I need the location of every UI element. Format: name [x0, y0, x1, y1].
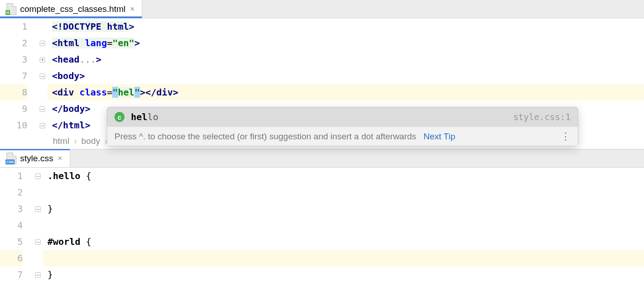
autocomplete-footer: Press ^. to choose the selected (or firs…: [107, 127, 578, 146]
hint-text: Press ^. to choose the selected (or firs…: [114, 132, 416, 142]
bottom-editor-pane: CSS style.css × 1 2 3 4 5 6 7 − − − − .h…: [0, 149, 644, 283]
code-line[interactable]: .hello {: [43, 168, 644, 184]
code-line[interactable]: }: [43, 201, 644, 217]
autocomplete-item[interactable]: c hello style.css:1: [107, 107, 578, 127]
class-icon: c: [114, 112, 125, 122]
fold-toggle-icon[interactable]: −: [35, 272, 41, 278]
fold-toggle-icon[interactable]: +: [40, 57, 45, 63]
breadcrumb-item[interactable]: html: [53, 133, 69, 149]
fold-toggle-icon[interactable]: −: [40, 41, 45, 46]
more-icon[interactable]: ⋮: [561, 132, 571, 142]
breadcrumb-item[interactable]: body: [81, 133, 100, 149]
css-file-icon: CSS: [6, 153, 16, 164]
code-line[interactable]: <!DOCTYPE html>: [47, 18, 644, 35]
tab-label: complete_css_classes.html: [20, 4, 125, 14]
code-line-active[interactable]: [43, 250, 644, 266]
code-line[interactable]: <head...>: [47, 51, 644, 68]
bottom-tab-bar: CSS style.css ×: [0, 149, 644, 168]
top-fold-column: − + − − −: [37, 18, 47, 133]
code-line[interactable]: <html lang="en">: [47, 35, 644, 51]
bottom-code-area[interactable]: 1 2 3 4 5 6 7 − − − − .hello { } #world …: [0, 168, 644, 283]
tab-html-file[interactable]: H complete_css_classes.html ×: [0, 0, 142, 18]
autocomplete-source: style.css:1: [513, 112, 571, 122]
tab-label: style.css: [20, 153, 53, 164]
fold-toggle-icon[interactable]: −: [35, 206, 41, 212]
next-tip-link[interactable]: Next Tip: [424, 132, 456, 142]
html-file-icon: H: [6, 4, 16, 14]
fold-toggle-icon[interactable]: −: [40, 106, 45, 112]
fold-toggle-icon[interactable]: −: [35, 239, 41, 245]
fold-toggle-icon[interactable]: −: [40, 74, 45, 79]
close-icon[interactable]: ×: [57, 153, 63, 164]
code-line[interactable]: }: [43, 266, 644, 283]
chevron-right-icon: ›: [74, 133, 77, 149]
fold-toggle-icon[interactable]: −: [40, 123, 45, 128]
top-gutter: 1 2 3 7 8 9 10: [0, 18, 37, 133]
top-tab-bar: H complete_css_classes.html ×: [0, 0, 644, 18]
fold-toggle-icon[interactable]: −: [35, 174, 41, 179]
tab-css-file[interactable]: CSS style.css ×: [0, 149, 70, 167]
code-line[interactable]: [43, 217, 644, 233]
code-line[interactable]: <body>: [47, 68, 644, 84]
bottom-fold-column: − − − −: [33, 168, 43, 283]
bottom-gutter: 1 2 3 4 5 6 7: [0, 168, 33, 283]
close-icon[interactable]: ×: [129, 4, 135, 15]
autocomplete-text: hello: [131, 111, 158, 122]
bottom-code-lines[interactable]: .hello { } #world { }: [43, 168, 644, 283]
code-line[interactable]: #world {: [43, 233, 644, 250]
code-line[interactable]: [43, 184, 644, 201]
autocomplete-popup: c hello style.css:1 Press ^. to choose t…: [107, 107, 578, 146]
code-line-active[interactable]: <div class="hel"></div>: [47, 84, 644, 100]
